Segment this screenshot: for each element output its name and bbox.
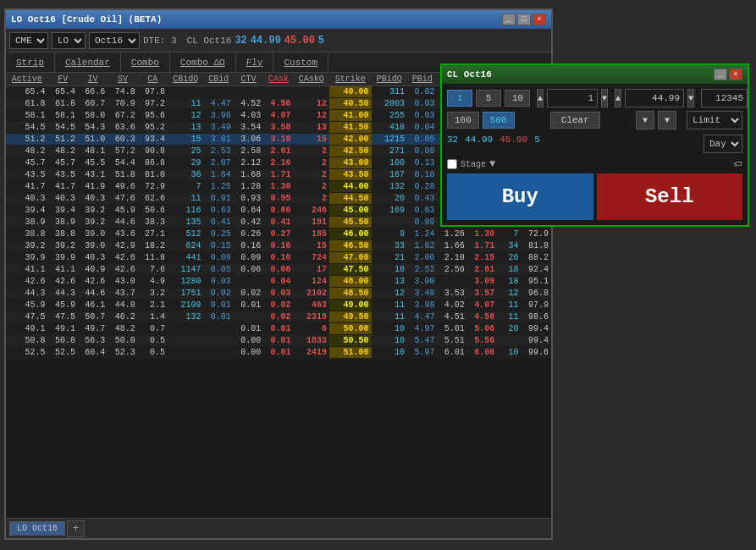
qty-down-button[interactable]: ▼ (601, 89, 608, 107)
order-ticket-popup: CL Oct16 _ × 1 5 10 ▲ ▼ ▲ ▼ 100 500 (440, 63, 749, 227)
buy-sell-row: Buy Sell (447, 173, 742, 220)
col-pbid[interactable]: PBid (407, 73, 437, 86)
price2-down-button[interactable]: ▼ (636, 111, 654, 129)
tab-fly[interactable]: Fly (236, 52, 274, 72)
price-down-button[interactable]: ▼ (687, 89, 694, 107)
info-ask: 45.00 (499, 135, 527, 153)
col-caskq[interactable]: CAskQ (294, 73, 329, 86)
col-fv[interactable]: FV (48, 73, 78, 86)
table-row[interactable]: 52.552.560.452.30.50.000.01241951.00105.… (6, 347, 551, 359)
col-ca[interactable]: CA (138, 73, 168, 86)
order-type-select[interactable]: Limit Market Stop (687, 111, 742, 129)
table-row[interactable]: 39.239.239.042.918.26240.150.160.161546.… (6, 240, 551, 252)
ticket-close-button[interactable]: × (729, 69, 742, 80)
price-input[interactable] (625, 89, 684, 107)
buy-button[interactable]: Buy (447, 173, 593, 220)
qty-up-button[interactable]: ▲ (537, 89, 544, 107)
stage-checkbox[interactable] (447, 159, 457, 169)
sell-button[interactable]: Sell (597, 173, 743, 220)
exchange-select[interactable]: CME (9, 32, 48, 49)
qty-presets-row: 1 5 10 ▲ ▼ ▲ ▼ (447, 89, 742, 107)
order-ticket-title-bar: CL Oct16 _ × (442, 65, 748, 84)
col-cask[interactable]: CAsk (263, 73, 293, 86)
account-input[interactable] (701, 89, 748, 107)
col-active[interactable]: Active (6, 73, 48, 86)
col-cbidq[interactable]: CBidQ (168, 73, 203, 86)
clear-button[interactable]: Clear (550, 112, 600, 129)
product-select[interactable]: LO (52, 32, 86, 49)
title-bar: LO Oct16 [Crude Oil] (BETA) _ □ × (6, 10, 551, 29)
table-row[interactable]: 42.642.642.643.04.912800.030.0412448.001… (6, 276, 551, 288)
tab-custom[interactable]: Custom (273, 52, 328, 72)
qty-preset-500[interactable]: 500 (483, 112, 515, 129)
table-row[interactable]: 47.547.550.746.21.41320.010.02231949.501… (6, 311, 551, 323)
dte-label: DTE: 3 (143, 36, 177, 46)
toolbar: CME LO Oct16 DTE: 3 CL Oct16 32 44.99 45… (6, 29, 551, 52)
tab-combo[interactable]: Combo (121, 52, 170, 72)
table-row[interactable]: 49.149.149.748.20.70.010.01650.00104.975… (6, 323, 551, 335)
col-ctv[interactable]: CTV (234, 73, 263, 86)
bottom-tab-label: LO Oct16 (17, 524, 58, 533)
tag-symbol-icon: 🏷 (734, 159, 742, 169)
info-bid: 32 (447, 135, 458, 153)
bottom-tab-lo-oct16[interactable]: LO Oct16 (9, 521, 65, 536)
tab-strip[interactable]: Strip (6, 52, 55, 72)
minimize-button[interactable]: _ (502, 14, 516, 25)
bid-value: 32 (235, 35, 246, 47)
col-iv[interactable]: IV (78, 73, 108, 86)
qty-preset-5[interactable]: 5 (476, 90, 501, 107)
maximize-button[interactable]: □ (517, 14, 531, 25)
table-row[interactable]: 45.945.946.144.82.121090.010.010.0246349… (6, 300, 551, 311)
tag-icon: ▼ (489, 158, 495, 170)
ask-value: 45.00 (284, 35, 315, 47)
table-row[interactable]: 41.141.140.942.67.611470.050.060.061747.… (6, 264, 551, 276)
col-strike[interactable]: Strike (329, 73, 372, 86)
qty-bottom-row: 100 500 Clear ▼ ▼ Limit Market Stop (447, 111, 742, 129)
table-row[interactable]: 44.344.344.643.73.217510.020.020.0321024… (6, 288, 551, 300)
table-row[interactable]: 38.838.839.043.627.15120.250.260.2718546… (6, 228, 551, 240)
col-cbid[interactable]: CBid (203, 73, 233, 86)
info-price: 44.99 (465, 135, 493, 153)
window-controls: _ □ × (502, 14, 546, 25)
stage-row: Stage ▼ 🏷 (447, 158, 742, 170)
order-ticket-title: CL Oct16 (447, 69, 492, 80)
qty-input[interactable] (547, 89, 598, 107)
bottom-tabs: LO Oct16 + (6, 518, 551, 538)
info-size: 5 (534, 135, 540, 153)
time-in-force-select[interactable]: Day GTC IOC (704, 135, 742, 153)
price-up-button[interactable]: ▲ (615, 89, 621, 107)
qty-preset-1[interactable]: 1 (447, 90, 472, 107)
expiry-select[interactable]: Oct16 (89, 32, 140, 49)
add-tab-button[interactable]: + (67, 520, 85, 537)
stage-label: Stage (461, 160, 486, 169)
size-value: 5 (318, 35, 324, 47)
order-ticket-body: 1 5 10 ▲ ▼ ▲ ▼ 100 500 Clear ▼ ▼ Limit (442, 84, 748, 225)
close-button[interactable]: × (533, 14, 546, 25)
ticker-label: CL Oct16 (187, 36, 232, 46)
price3-down-button[interactable]: ▼ (658, 111, 676, 129)
tab-calendar[interactable]: Calendar (55, 52, 121, 72)
last-price-value: 44.99 (251, 35, 281, 47)
qty-preset-10[interactable]: 10 (505, 90, 530, 107)
tab-combo-delta[interactable]: Combo ΔΩ (170, 52, 236, 72)
table-row[interactable]: 50.850.856.350.00.50.000.01183350.50105.… (6, 335, 551, 347)
col-sv[interactable]: SV (108, 73, 137, 86)
window-title: LO Oct16 [Crude Oil] (BETA) (11, 14, 162, 25)
table-row[interactable]: 39.939.940.342.611.84410.090.090.1072447… (6, 252, 551, 264)
order-info-row: 32 44.99 45.00 5 Day GTC IOC (447, 133, 742, 155)
qty-preset-100[interactable]: 100 (447, 112, 479, 129)
col-pbidq[interactable]: PBidQ (372, 73, 407, 86)
ticket-minimize-button[interactable]: _ (714, 69, 727, 80)
